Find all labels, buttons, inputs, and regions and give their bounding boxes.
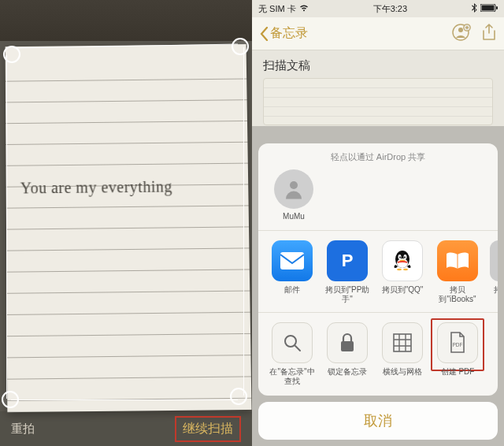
cancel-button[interactable]: 取消 (258, 402, 498, 440)
svg-rect-18 (341, 341, 354, 351)
crop-handle-tl[interactable] (3, 46, 20, 63)
app-icon (490, 240, 498, 281)
svg-rect-7 (280, 252, 304, 269)
share-sheet: 轻点以通过 AirDrop 共享 MuMu 邮件 (258, 143, 498, 440)
crop-edge (6, 55, 7, 399)
nav-bar: 备忘录 (252, 17, 504, 50)
camera-background (0, 0, 252, 41)
action-label: 在"备忘录"中查找 (269, 367, 315, 386)
crop-edge (11, 400, 238, 400)
app-label: 拷贝到"PP助手" (324, 285, 370, 304)
share-app-ibooks[interactable]: 拷贝到"iBooks" (435, 240, 480, 304)
notes-app: 无 SIM 卡 下午3:23 备忘录 (252, 0, 504, 446)
cancel-label: 取消 (364, 411, 392, 430)
scanner-view: You are my everything 重拍 继续扫描 (0, 0, 252, 446)
back-label: 备忘录 (270, 25, 308, 42)
retake-button[interactable]: 重拍 (11, 422, 35, 437)
avatar (274, 169, 313, 209)
svg-rect-1 (482, 6, 495, 11)
svg-point-12 (399, 257, 401, 258)
clock-text: 下午3:23 (373, 3, 407, 15)
svg-rect-2 (496, 6, 498, 9)
bluetooth-icon (472, 3, 477, 14)
svg-text:PDF: PDF (453, 342, 463, 348)
share-app-mail[interactable]: 邮件 (269, 240, 315, 304)
share-app-more[interactable]: 拷 (490, 240, 498, 304)
status-bar: 无 SIM 卡 下午3:23 (252, 0, 504, 17)
app-label: 邮件 (269, 285, 315, 304)
carrier-text: 无 SIM 卡 (258, 3, 296, 15)
svg-point-6 (290, 181, 298, 189)
pp-icon: P (327, 240, 368, 281)
action-lines-grids[interactable]: 横线与网格 (380, 322, 425, 386)
svg-point-15 (397, 269, 402, 271)
mail-icon (272, 240, 313, 281)
airdrop-hint: 轻点以通过 AirDrop 共享 (258, 151, 498, 163)
crop-handle-tr[interactable] (232, 38, 249, 55)
action-row: 在"备忘录"中查找 锁定备忘录 横线与网格 (258, 312, 498, 386)
ibooks-icon (437, 240, 478, 281)
contact-name: MuMu (269, 212, 318, 221)
share-app-qq[interactable]: 拷贝到"QQ" (380, 240, 425, 304)
svg-rect-19 (394, 334, 411, 351)
chevron-left-icon (260, 27, 269, 41)
crop-handle-br[interactable] (230, 388, 247, 405)
action-lock-note[interactable]: 锁定备忘录 (324, 322, 370, 386)
scanner-toolbar: 重拍 继续扫描 (0, 411, 252, 446)
airdrop-contact[interactable]: MuMu (269, 169, 318, 221)
svg-point-17 (285, 336, 296, 347)
app-label: 拷 (490, 285, 498, 304)
back-button[interactable]: 备忘录 (260, 25, 308, 42)
crop-edge (243, 47, 244, 396)
scanned-paper: You are my everything (6, 44, 252, 412)
battery-icon (480, 4, 498, 13)
search-icon (272, 322, 313, 363)
airdrop-row: MuMu (258, 169, 498, 231)
share-panel: 轻点以通过 AirDrop 共享 MuMu 邮件 (258, 143, 498, 396)
paper-lines (6, 58, 252, 412)
crop-handle-bl[interactable] (2, 391, 19, 408)
qq-icon (382, 240, 423, 281)
action-find-in-notes[interactable]: 在"备忘录"中查找 (269, 322, 315, 386)
lock-icon (327, 322, 368, 363)
svg-point-4 (458, 28, 463, 32)
share-icon[interactable] (482, 24, 496, 44)
continue-scan-button[interactable]: 继续扫描 (175, 416, 241, 442)
pdf-icon: PDF (437, 322, 478, 363)
app-label: 拷贝到"QQ" (380, 285, 425, 304)
note-title: 扫描文稿 (252, 50, 504, 78)
action-label: 创建 PDF (435, 367, 480, 386)
share-app-pp[interactable]: P 拷贝到"PP助手" (324, 240, 370, 304)
app-label: 拷贝到"iBooks" (435, 285, 480, 304)
app-row: 邮件 P 拷贝到"PP助手" 拷贝到"QQ" (258, 231, 498, 304)
wifi-icon (299, 4, 309, 13)
handwriting-text: You are my everything (20, 178, 172, 198)
action-label: 锁定备忘录 (324, 367, 370, 386)
grid-icon (382, 322, 423, 363)
note-thumbnail[interactable] (263, 78, 493, 125)
add-person-icon[interactable] (452, 23, 471, 45)
svg-point-16 (403, 269, 408, 271)
action-label: 横线与网格 (380, 367, 425, 386)
action-create-pdf[interactable]: PDF 创建 PDF (435, 322, 480, 386)
svg-point-13 (404, 257, 406, 258)
